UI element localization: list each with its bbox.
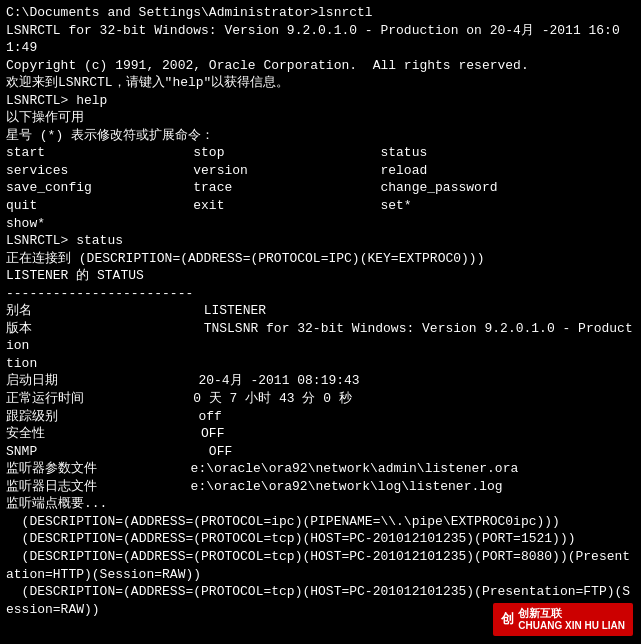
terminal-line: save_config trace change_password	[6, 179, 635, 197]
terminal-line: show*	[6, 215, 635, 233]
terminal-line: 以下操作可用	[6, 109, 635, 127]
terminal-line: 正在连接到 (DESCRIPTION=(ADDRESS=(PROTOCOL=IP…	[6, 250, 635, 268]
watermark: 创 创新互联 CHUANG XIN HU LIAN	[493, 603, 633, 636]
terminal-line: C:\Documents and Settings\Administrator>…	[6, 4, 635, 22]
terminal-line: 跟踪级别 off	[6, 408, 635, 426]
terminal-line: (DESCRIPTION=(ADDRESS=(PROTOCOL=tcp)(HOS…	[6, 548, 635, 583]
terminal-window: C:\Documents and Settings\Administrator>…	[0, 0, 641, 644]
terminal-line: quit exit set*	[6, 197, 635, 215]
terminal-line: 欢迎来到LSNRCTL，请键入"help"以获得信息。	[6, 74, 635, 92]
terminal-line: 监听器参数文件 e:\oracle\ora92\network\admin\li…	[6, 460, 635, 478]
terminal-line: 别名 LISTENER	[6, 302, 635, 320]
terminal-line: 正常运行时间 0 天 7 小时 43 分 0 秒	[6, 390, 635, 408]
terminal-content: C:\Documents and Settings\Administrator>…	[6, 4, 635, 618]
watermark-line1: 创新互联	[518, 607, 625, 620]
terminal-line: start stop status	[6, 144, 635, 162]
terminal-line: services version reload	[6, 162, 635, 180]
watermark-text: 创新互联 CHUANG XIN HU LIAN	[518, 607, 625, 632]
terminal-line: LISTENER 的 STATUS	[6, 267, 635, 285]
watermark-logo: 创	[501, 610, 514, 628]
terminal-line: tion	[6, 355, 635, 373]
terminal-line: 星号 (*) 表示修改符或扩展命令：	[6, 127, 635, 145]
terminal-line: LSNRCTL for 32-bit Windows: Version 9.2.…	[6, 22, 635, 57]
terminal-line: 版本 TNSLSNR for 32-bit Windows: Version 9…	[6, 320, 635, 355]
terminal-line: 监听器日志文件 e:\oracle\ora92\network\log\list…	[6, 478, 635, 496]
terminal-line: (DESCRIPTION=(ADDRESS=(PROTOCOL=tcp)(HOS…	[6, 530, 635, 548]
terminal-line: 启动日期 20-4月 -2011 08:19:43	[6, 372, 635, 390]
watermark-line2: CHUANG XIN HU LIAN	[518, 620, 625, 632]
terminal-line: 监听端点概要...	[6, 495, 635, 513]
terminal-line: ------------------------	[6, 285, 635, 303]
terminal-line: LSNRCTL> help	[6, 92, 635, 110]
terminal-line: LSNRCTL> status	[6, 232, 635, 250]
terminal-line: Copyright (c) 1991, 2002, Oracle Corpora…	[6, 57, 635, 75]
terminal-line: 安全性 OFF	[6, 425, 635, 443]
terminal-line: (DESCRIPTION=(ADDRESS=(PROTOCOL=ipc)(PIP…	[6, 513, 635, 531]
terminal-line: SNMP OFF	[6, 443, 635, 461]
